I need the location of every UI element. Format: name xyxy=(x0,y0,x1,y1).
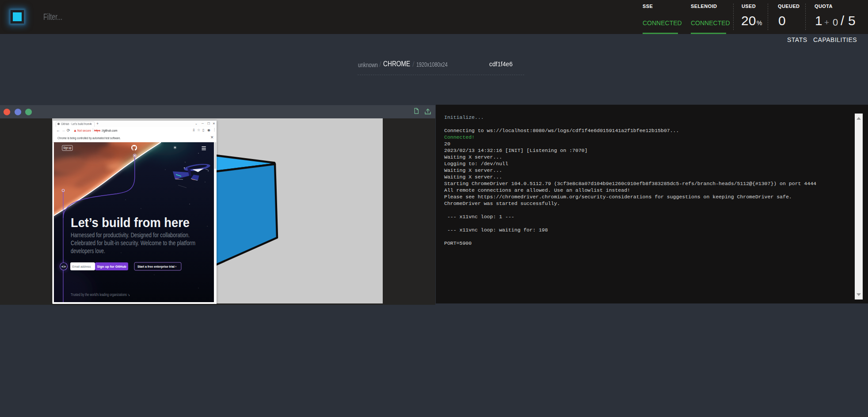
svg-text:Celebrated for built-in securi: Celebrated for built-in security. Welcom… xyxy=(71,239,195,246)
svg-text:Let’s build from here: Let’s build from here xyxy=(71,215,190,230)
svg-text:<>: <> xyxy=(61,265,66,269)
svg-text:developers love.: developers love. xyxy=(71,247,105,254)
svg-text:Start a free enterprise trial: Start a free enterprise trial › xyxy=(137,265,176,269)
svg-text:Sign up for GitHub: Sign up for GitHub xyxy=(97,265,126,269)
svg-text:Trusted by the world’s leading: Trusted by the world’s leading organizat… xyxy=(71,292,130,297)
svg-text:Email address: Email address xyxy=(72,265,91,269)
svg-text:Harnessed for productivity. De: Harnessed for productivity. Designed for… xyxy=(71,231,190,239)
svg-text:Sign up: Sign up xyxy=(63,146,71,150)
